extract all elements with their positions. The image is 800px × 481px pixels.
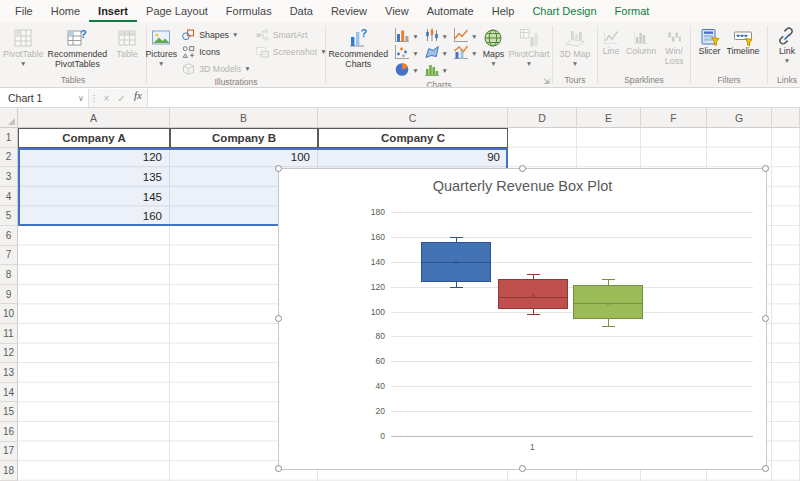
cell-c1[interactable]: Company C — [318, 128, 508, 148]
name-box[interactable]: Chart 1 — [0, 89, 74, 107]
shapes-button[interactable]: Shapes▼ — [181, 27, 251, 42]
tab-chart-design[interactable]: Chart Design — [523, 0, 605, 22]
smartart-button[interactable]: SmartArt — [255, 27, 327, 42]
row-header-16[interactable]: 16 — [0, 422, 18, 442]
tab-page-layout[interactable]: Page Layout — [137, 0, 217, 22]
row-header-11[interactable]: 11 — [0, 324, 18, 344]
tab-data[interactable]: Data — [281, 0, 322, 22]
x-axis-category-label[interactable]: 1 — [530, 442, 535, 452]
3d-map-button[interactable]: 3D Map▼ — [554, 24, 596, 67]
y-axis-tick-label[interactable]: 160 — [355, 232, 385, 242]
y-axis-tick-label[interactable]: 100 — [355, 307, 385, 317]
enter-icon[interactable]: ✓ — [114, 89, 129, 107]
cell-a1[interactable]: Company A — [18, 128, 170, 148]
row-header-7[interactable]: 7 — [0, 246, 18, 266]
win-loss-button[interactable]: Win/ Loss — [659, 24, 689, 66]
cell-a4[interactable]: 145 — [18, 187, 170, 207]
chart-selection-handle[interactable] — [275, 165, 282, 172]
line-button[interactable]: Line — [599, 24, 623, 57]
recommended-pivottables-button[interactable]: ?Recommended PivotTables — [46, 24, 110, 70]
y-axis-tick-label[interactable]: 140 — [355, 257, 385, 267]
column-header-e[interactable]: E — [577, 108, 641, 128]
name-box-dropdown-icon[interactable]: ∨ — [74, 89, 89, 107]
row-header-3[interactable]: 3 — [0, 167, 18, 187]
column-header-h[interactable] — [772, 108, 800, 128]
button-label: Recommended PivotTables — [48, 50, 108, 70]
row-header-4[interactable]: 4 — [0, 187, 18, 207]
row-header-5[interactable]: 5 — [0, 206, 18, 226]
chart-selection-handle[interactable] — [275, 315, 282, 322]
chart-selection-handle[interactable] — [762, 465, 769, 472]
y-axis-tick-label[interactable]: 0 — [355, 431, 385, 441]
tab-format[interactable]: Format — [606, 0, 659, 22]
row-header-10[interactable]: 10 — [0, 304, 18, 324]
column-header-a[interactable]: A — [18, 108, 170, 128]
link-button[interactable]: Link▼ — [774, 24, 800, 64]
insert-function-icon[interactable]: fx — [129, 89, 147, 107]
formula-bar-resize-handle[interactable]: ⋮ — [89, 89, 99, 107]
chart-selection-handle[interactable] — [762, 165, 769, 172]
maps-button[interactable]: Maps▼ — [480, 24, 506, 67]
y-axis-tick-label[interactable]: 80 — [355, 331, 385, 341]
pictures-button[interactable]: Pictures▼ — [143, 24, 179, 67]
tab-home[interactable]: Home — [42, 0, 89, 22]
row-header-17[interactable]: 17 — [0, 442, 18, 462]
cancel-icon[interactable]: × — [99, 89, 114, 107]
y-axis-tick-label[interactable]: 20 — [355, 406, 385, 416]
tab-automate[interactable]: Automate — [418, 0, 483, 22]
insert-statistic-chart-button[interactable]: ▼ — [423, 62, 448, 79]
cell-a5[interactable]: 160 — [18, 206, 170, 226]
column-header-c[interactable]: C — [318, 108, 508, 128]
column-header-f[interactable]: F — [641, 108, 707, 128]
recommended-charts-button[interactable]: ?Recommended Charts — [326, 24, 390, 70]
screenshot-button[interactable]: Screenshot▼ — [255, 44, 327, 59]
pivottable-button[interactable]: PivotTable▼ — [1, 24, 46, 67]
column-header-d[interactable]: D — [508, 108, 577, 128]
row-header-18[interactable]: 18 — [0, 461, 18, 481]
row-header-6[interactable]: 6 — [0, 226, 18, 246]
y-axis-tick-label[interactable]: 60 — [355, 356, 385, 366]
row-header-9[interactable]: 9 — [0, 285, 18, 305]
row-header-8[interactable]: 8 — [0, 265, 18, 285]
insert-pie-chart-button[interactable]: ▼ — [393, 62, 418, 79]
y-axis-tick-label[interactable]: 40 — [355, 381, 385, 391]
charts-dialog-launcher-icon[interactable]: ⇲ — [543, 77, 550, 86]
select-all-button[interactable] — [0, 108, 18, 128]
row-header-2[interactable]: 2 — [0, 148, 18, 168]
row-header-13[interactable]: 13 — [0, 363, 18, 383]
tab-review[interactable]: Review — [322, 0, 376, 22]
chart-selection-handle[interactable] — [762, 315, 769, 322]
y-axis-tick-label[interactable]: 180 — [355, 207, 385, 217]
cell-a2[interactable]: 120 — [18, 148, 170, 168]
insert-combo-chart-button[interactable]: ▼ — [452, 45, 477, 62]
chart-title[interactable]: Quarterly Revenue Box Plot — [279, 178, 766, 194]
chart-selection-handle[interactable] — [275, 465, 282, 472]
tab-help[interactable]: Help — [483, 0, 524, 22]
tab-file[interactable]: File — [6, 0, 42, 22]
tab-insert[interactable]: Insert — [89, 0, 137, 22]
chart-selection-handle[interactable] — [519, 465, 526, 472]
icons-button[interactable]: Icons — [181, 44, 251, 59]
row-header-14[interactable]: 14 — [0, 383, 18, 403]
tab-formulas[interactable]: Formulas — [217, 0, 281, 22]
chart-area[interactable]: Quarterly Revenue Box Plot 0204060801001… — [278, 168, 767, 470]
row-header-1[interactable]: 1 — [0, 128, 18, 148]
cell-b2[interactable]: 100 — [170, 148, 318, 168]
column-header-g[interactable]: G — [707, 108, 772, 128]
cell-c2[interactable]: 90 — [318, 148, 508, 168]
y-axis-tick-label[interactable]: 120 — [355, 282, 385, 292]
3d-models-button[interactable]: 3D Models▼ — [181, 61, 251, 76]
row-header-12[interactable]: 12 — [0, 344, 18, 364]
column-button[interactable]: Column — [623, 24, 659, 57]
column-header-b[interactable]: B — [170, 108, 318, 128]
row-header-15[interactable]: 15 — [0, 402, 18, 422]
formula-input[interactable] — [147, 89, 800, 107]
pivotchart-button[interactable]: PivotChart▼ — [506, 24, 551, 67]
slicer-button[interactable]: Slicer — [696, 24, 724, 57]
timeline-button[interactable]: Timeline — [724, 24, 763, 57]
chart-selection-handle[interactable] — [519, 165, 526, 172]
cell-a3[interactable]: 135 — [18, 167, 170, 187]
cell-b1[interactable]: Company B — [170, 128, 318, 148]
tab-view[interactable]: View — [376, 0, 418, 22]
table-button[interactable]: Table — [109, 24, 145, 60]
